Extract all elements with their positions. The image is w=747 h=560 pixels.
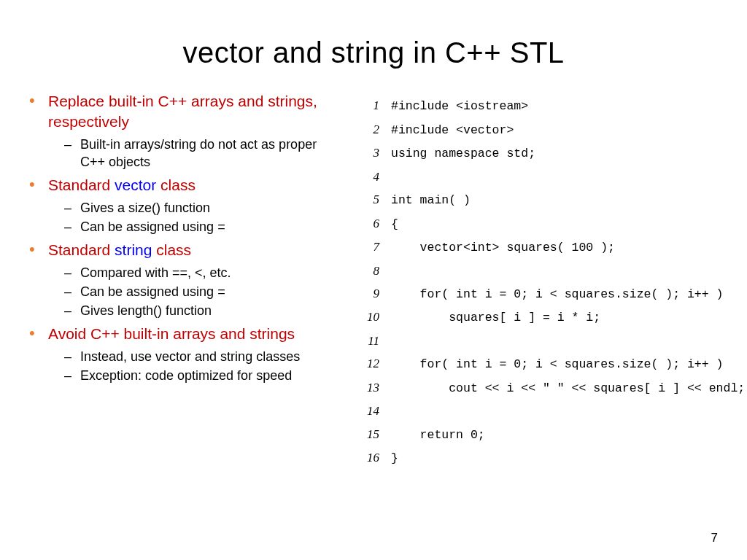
line-number: 13 [357,376,379,399]
bullet-marker-icon: • [29,240,48,259]
code-line: 6{ [357,212,745,236]
line-number: 1 [357,94,379,117]
line-number: 5 [357,188,379,211]
code-line: 14 [357,400,745,422]
line-number: 3 [357,141,379,164]
bullet-segment: vector [115,176,156,193]
code-text: for( int i = 0; i < squares.size( ); i++… [391,284,723,306]
page-number: 7 [711,531,718,545]
dash-marker-icon: – [64,302,80,319]
sub-bullet-label: Can be assigned using = [80,283,225,300]
code-line: 10 squares[ i ] = i * i; [357,306,745,330]
bullet-label: Standard string class [48,240,191,260]
code-line: 15 return 0; [357,423,745,447]
code-text: int main( ) [391,190,471,212]
bullet-segment: class [152,241,191,258]
line-number: 10 [357,306,379,328]
line-number: 4 [357,166,379,188]
code-text: #include <iostream> [391,96,528,118]
bullet-row: •Avoid C++ built-in arrays and strings [29,324,343,344]
sub-bullet-label: Gives a size() function [80,199,210,217]
code-text: cout << i << " " << squares[ i ] << endl… [391,378,745,400]
line-number: 7 [357,236,379,258]
line-number: 2 [357,118,379,141]
sub-bullet-label: Instead, use vector and string classes [80,348,300,365]
bullet-segment: Avoid C++ built-in arrays and strings [48,325,295,342]
line-number: 9 [357,282,379,305]
bullet-column: •Replace built-in C++ arrays and strings… [29,91,343,470]
bullet-segment: Standard [48,176,115,193]
bullet-item: •Standard string class–Compared with ==,… [29,240,343,319]
sub-bullet-list: –Instead, use vector and string classes–… [64,348,343,385]
code-text: vector<int> squares( 100 ); [391,237,615,260]
line-number: 16 [357,446,379,469]
sub-bullet-item: –Instead, use vector and string classes [64,348,343,365]
slide: vector and string in C++ STL •Replace bu… [0,0,747,470]
sub-bullet-item: –Gives a size() function [64,199,343,217]
code-line: 8 [357,260,745,282]
sub-bullet-list: –Built-in arrays/string do not act as pr… [64,136,343,171]
code-line: 11 [357,330,745,352]
sub-bullet-item: –Gives length() function [64,302,343,319]
sub-bullet-item: –Exception: code optimized for speed [64,367,343,384]
line-number: 14 [357,400,379,422]
code-column: 1#include <iostream>2#include <vector>3u… [357,91,745,470]
code-line: 9 for( int i = 0; i < squares.size( ); i… [357,282,745,306]
sub-bullet-item: –Compared with ==, <, etc. [64,264,343,281]
line-number: 15 [357,423,379,446]
sub-bullet-label: Exception: code optimized for speed [80,367,292,384]
sub-bullet-item: –Can be assigned using = [64,283,343,300]
bullet-list: •Replace built-in C++ arrays and strings… [29,91,343,384]
code-block: 1#include <iostream>2#include <vector>3u… [357,94,745,470]
code-line: 16} [357,446,745,470]
code-text: for( int i = 0; i < squares.size( ); i++… [391,354,723,376]
bullet-marker-icon: • [29,175,48,194]
bullet-item: •Standard vector class–Gives a size() fu… [29,175,343,236]
line-number: 6 [357,212,379,235]
dash-marker-icon: – [64,283,80,300]
sub-bullet-item: –Built-in arrays/string do not act as pr… [64,136,343,171]
code-text: { [391,214,398,236]
bullet-segment: class [156,176,196,193]
bullet-segment: Replace built-in C++ arrays and strings,… [48,93,317,130]
code-line: 5int main( ) [357,188,745,212]
dash-marker-icon: – [64,199,80,217]
bullet-row: •Replace built-in C++ arrays and strings… [29,91,343,133]
code-text: squares[ i ] = i * i; [391,307,600,330]
bullet-marker-icon: • [29,324,48,343]
sub-bullet-label: Gives length() function [80,302,212,319]
line-number: 8 [357,260,379,282]
code-line: 13 cout << i << " " << squares[ i ] << e… [357,376,745,400]
sub-bullet-label: Built-in arrays/string do not act as pro… [80,136,343,171]
bullet-item: •Avoid C++ built-in arrays and strings–I… [29,324,343,384]
sub-bullet-item: –Can be assigned using = [64,218,343,236]
dash-marker-icon: – [64,218,80,236]
dash-marker-icon: – [64,264,80,281]
code-text: using namespace std; [391,143,535,166]
code-line: 3using namespace std; [357,141,745,166]
code-line: 12 for( int i = 0; i < squares.size( ); … [357,352,745,376]
bullet-segment: Standard [48,241,115,258]
code-line: 7 vector<int> squares( 100 ); [357,236,745,260]
code-text: } [391,448,398,470]
bullet-row: •Standard string class [29,240,343,260]
bullet-label: Standard vector class [48,175,196,195]
bullet-marker-icon: • [29,91,48,110]
bullet-label: Replace built-in C++ arrays and strings,… [48,91,343,133]
bullet-row: •Standard vector class [29,175,343,195]
code-text: return 0; [391,424,485,447]
bullet-label: Avoid C++ built-in arrays and strings [48,324,295,344]
sub-bullet-list: –Gives a size() function–Can be assigned… [64,199,343,236]
code-text: #include <vector> [391,120,514,142]
dash-marker-icon: – [64,136,80,153]
dash-marker-icon: – [64,367,80,384]
content-columns: •Replace built-in C++ arrays and strings… [29,91,718,470]
slide-title: vector and string in C++ STL [29,36,718,69]
line-number: 11 [357,330,379,352]
sub-bullet-label: Can be assigned using = [80,218,225,236]
line-number: 12 [357,352,379,375]
bullet-segment: string [115,241,152,258]
code-line: 2#include <vector> [357,118,745,142]
bullet-item: •Replace built-in C++ arrays and strings… [29,91,343,171]
dash-marker-icon: – [64,348,80,365]
